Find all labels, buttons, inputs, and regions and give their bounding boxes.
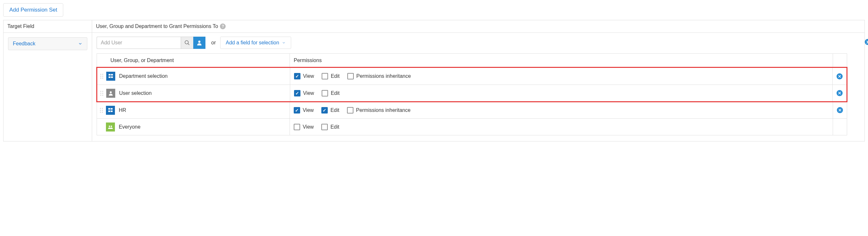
svg-point-9	[100, 78, 101, 79]
inherit-label: Permissions inheritance	[356, 73, 411, 79]
add-user-input[interactable]	[97, 37, 181, 49]
view-permission: View	[294, 90, 314, 97]
add-field-for-selection-button[interactable]: Add a field for selection	[220, 37, 291, 49]
target-field-header-label: Target Field	[7, 24, 34, 29]
drag-handle[interactable]	[97, 90, 106, 97]
svg-point-5	[100, 74, 101, 75]
search-button[interactable]	[181, 37, 193, 49]
entity-cell: Department selection	[106, 69, 290, 83]
svg-rect-33	[111, 108, 113, 110]
entity-cell: HR	[106, 103, 289, 117]
edit-permission: Edit	[321, 107, 339, 113]
target-field-header: Target Field	[3, 20, 92, 33]
everyone-icon	[106, 123, 115, 131]
inherit-permission: Permissions inheritance	[347, 73, 411, 79]
drag-handle[interactable]	[97, 73, 106, 79]
svg-point-6	[102, 74, 103, 75]
table-row: User selectionViewEdit	[97, 84, 846, 101]
svg-point-20	[102, 93, 103, 94]
table-header: User, Group, or Department Permissions	[97, 54, 847, 68]
chevron-down-icon	[78, 42, 83, 46]
highlighted-rows: Department selectionViewEditPermissions …	[96, 67, 847, 102]
edit-label: Edit	[331, 73, 340, 79]
svg-point-10	[102, 78, 103, 79]
permissions-cell: ViewEditPermissions inheritance	[290, 68, 832, 84]
search-icon	[184, 40, 190, 46]
svg-point-23	[110, 91, 112, 93]
user-picker-button[interactable]	[193, 37, 206, 49]
col-entity-header: User, Group, or Department	[97, 54, 289, 67]
remove-permission-set-button[interactable]	[865, 39, 868, 45]
svg-rect-14	[111, 77, 113, 78]
user-icon	[196, 40, 203, 46]
svg-point-21	[100, 95, 101, 96]
svg-point-4	[198, 41, 200, 43]
target-field-selected-label: Feedback	[13, 41, 35, 47]
delete-row-button[interactable]	[837, 90, 843, 96]
edit-checkbox[interactable]	[321, 124, 328, 130]
svg-rect-13	[108, 77, 111, 78]
edit-permission: Edit	[321, 124, 339, 130]
svg-point-31	[102, 111, 103, 112]
svg-point-2	[185, 41, 188, 44]
edit-checkbox[interactable]	[321, 107, 328, 113]
permissions-table: User, Group, or Department Permissions D…	[97, 53, 847, 135]
edit-checkbox[interactable]	[322, 73, 328, 79]
svg-point-30	[100, 111, 101, 112]
view-checkbox[interactable]	[294, 124, 300, 130]
entity-label: Everyone	[119, 124, 141, 130]
edit-permission: Edit	[322, 90, 340, 97]
department-icon	[106, 72, 115, 81]
svg-rect-35	[111, 110, 113, 112]
user-icon	[106, 89, 115, 98]
view-label: View	[303, 90, 314, 96]
grant-permissions-column: User, Group and Department to Grant Perm…	[92, 20, 865, 141]
table-row: HRViewEditPermissions inheritance	[97, 102, 847, 118]
delete-row-button[interactable]	[837, 107, 843, 113]
entity-label: Department selection	[119, 73, 167, 79]
edit-checkbox[interactable]	[322, 90, 328, 97]
drag-handle[interactable]	[97, 107, 106, 113]
view-permission: View	[294, 73, 314, 79]
svg-rect-34	[108, 110, 110, 112]
help-icon[interactable]: ?	[220, 24, 226, 29]
target-field-select[interactable]: Feedback	[8, 37, 87, 50]
table-row: EveryoneViewEdit	[97, 118, 847, 135]
entity-label: HR	[119, 107, 126, 113]
inherit-label: Permissions inheritance	[356, 107, 410, 113]
edit-label: Edit	[331, 90, 340, 96]
svg-point-28	[100, 110, 101, 111]
edit-permission: Edit	[322, 73, 340, 79]
permissions-cell: ViewEditPermissions inheritance	[289, 102, 833, 118]
drag-handle-icon	[99, 107, 103, 113]
inherit-checkbox[interactable]	[347, 107, 353, 113]
view-checkbox[interactable]	[294, 90, 301, 97]
edit-label: Edit	[330, 107, 339, 113]
svg-rect-12	[111, 74, 113, 76]
grant-permissions-header-label: User, Group and Department to Grant Perm…	[96, 24, 218, 29]
inherit-permission: Permissions inheritance	[347, 107, 410, 113]
view-checkbox[interactable]	[294, 107, 300, 113]
edit-label: Edit	[330, 124, 339, 130]
permissions-cell: ViewEdit	[290, 85, 832, 101]
svg-point-38	[109, 125, 111, 127]
delete-row-button[interactable]	[837, 73, 843, 79]
view-label: View	[303, 107, 314, 113]
svg-point-17	[100, 91, 101, 91]
drag-handle-icon	[100, 73, 104, 79]
view-permission: View	[294, 124, 314, 130]
department-icon	[106, 106, 115, 115]
svg-point-8	[102, 76, 103, 77]
view-label: View	[303, 73, 314, 79]
target-field-column: Target Field Feedback	[3, 20, 92, 141]
entity-cell: User selection	[106, 86, 290, 100]
view-checkbox[interactable]	[294, 73, 301, 79]
svg-rect-32	[108, 108, 110, 110]
view-label: View	[303, 124, 314, 130]
add-permission-set-button[interactable]: Add Permission Set	[3, 3, 63, 17]
col-actions-header	[833, 54, 847, 67]
inherit-checkbox[interactable]	[347, 73, 354, 79]
entity-label: User selection	[119, 90, 152, 96]
view-permission: View	[294, 107, 314, 113]
svg-point-22	[102, 95, 103, 96]
